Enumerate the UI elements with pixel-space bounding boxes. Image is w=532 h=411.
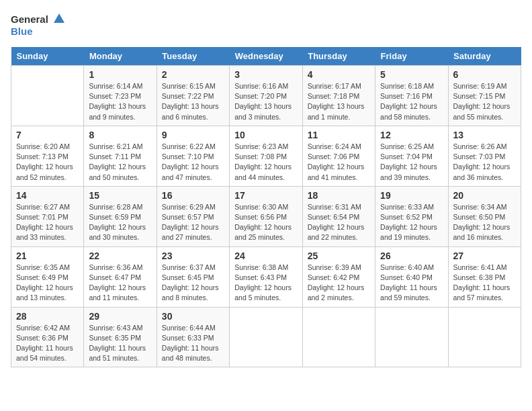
day-info: Sunrise: 6:20 AMSunset: 7:13 PMDaylight:… xyxy=(16,142,79,183)
calendar-cell: 19Sunrise: 6:33 AMSunset: 6:52 PMDayligh… xyxy=(375,186,448,246)
day-info: Sunrise: 6:18 AMSunset: 7:16 PMDaylight:… xyxy=(380,81,443,122)
day-info: Sunrise: 6:26 AMSunset: 7:03 PMDaylight:… xyxy=(453,142,516,183)
day-number: 19 xyxy=(380,190,443,201)
calendar-cell: 12Sunrise: 6:25 AMSunset: 7:04 PMDayligh… xyxy=(375,126,448,186)
calendar-cell: 30Sunrise: 6:44 AMSunset: 6:33 PMDayligh… xyxy=(157,307,229,367)
day-number: 27 xyxy=(453,250,516,261)
calendar-cell: 2Sunrise: 6:15 AMSunset: 7:22 PMDaylight… xyxy=(157,66,229,126)
calendar-cell: 21Sunrise: 6:35 AMSunset: 6:49 PMDayligh… xyxy=(11,246,84,307)
calendar-cell xyxy=(230,307,302,367)
day-info: Sunrise: 6:41 AMSunset: 6:38 PMDaylight:… xyxy=(453,263,516,304)
day-info: Sunrise: 6:43 AMSunset: 6:35 PMDaylight:… xyxy=(89,323,151,364)
day-info: Sunrise: 6:38 AMSunset: 6:43 PMDaylight:… xyxy=(234,263,297,304)
logo: General Blue xyxy=(11,11,64,39)
day-number: 7 xyxy=(16,130,79,140)
day-number: 9 xyxy=(162,130,224,140)
calendar-cell: 4Sunrise: 6:17 AMSunset: 7:18 PMDaylight… xyxy=(302,66,375,126)
calendar-table: SundayMondayTuesdayWednesdayThursdayFrid… xyxy=(11,47,521,367)
calendar-cell: 27Sunrise: 6:41 AMSunset: 6:38 PMDayligh… xyxy=(448,246,521,307)
day-number: 1 xyxy=(89,69,151,80)
day-number: 18 xyxy=(308,190,370,201)
day-info: Sunrise: 6:30 AMSunset: 6:56 PMDaylight:… xyxy=(234,202,297,243)
day-info: Sunrise: 6:16 AMSunset: 7:20 PMDaylight:… xyxy=(234,81,297,122)
calendar-cell: 26Sunrise: 6:40 AMSunset: 6:40 PMDayligh… xyxy=(375,246,448,307)
day-number: 28 xyxy=(16,311,79,322)
header-saturday: Saturday xyxy=(448,47,521,66)
day-info: Sunrise: 6:35 AMSunset: 6:49 PMDaylight:… xyxy=(16,263,79,304)
calendar-cell: 5Sunrise: 6:18 AMSunset: 7:16 PMDaylight… xyxy=(375,66,448,126)
header-thursday: Thursday xyxy=(302,47,375,66)
week-row-0: 1Sunrise: 6:14 AMSunset: 7:23 PMDaylight… xyxy=(11,66,521,126)
day-number: 30 xyxy=(162,311,224,322)
calendar-cell: 7Sunrise: 6:20 AMSunset: 7:13 PMDaylight… xyxy=(11,126,84,186)
calendar-cell: 6Sunrise: 6:19 AMSunset: 7:15 PMDaylight… xyxy=(448,66,521,126)
header-monday: Monday xyxy=(84,47,157,66)
day-info: Sunrise: 6:19 AMSunset: 7:15 PMDaylight:… xyxy=(453,81,516,122)
day-info: Sunrise: 6:28 AMSunset: 6:59 PMDaylight:… xyxy=(89,202,151,243)
day-info: Sunrise: 6:39 AMSunset: 6:42 PMDaylight:… xyxy=(308,263,370,304)
calendar-cell: 17Sunrise: 6:30 AMSunset: 6:56 PMDayligh… xyxy=(230,186,302,246)
day-number: 14 xyxy=(16,190,79,201)
calendar-cell: 13Sunrise: 6:26 AMSunset: 7:03 PMDayligh… xyxy=(448,126,521,186)
calendar-cell: 23Sunrise: 6:37 AMSunset: 6:45 PMDayligh… xyxy=(157,246,229,307)
calendar-cell: 9Sunrise: 6:22 AMSunset: 7:10 PMDaylight… xyxy=(157,126,229,186)
day-number: 25 xyxy=(308,250,370,261)
day-number: 8 xyxy=(89,130,151,140)
calendar-cell: 10Sunrise: 6:23 AMSunset: 7:08 PMDayligh… xyxy=(230,126,302,186)
calendar-cell: 1Sunrise: 6:14 AMSunset: 7:23 PMDaylight… xyxy=(84,66,157,126)
header-tuesday: Tuesday xyxy=(157,47,229,66)
day-info: Sunrise: 6:31 AMSunset: 6:54 PMDaylight:… xyxy=(308,202,370,243)
calendar-cell xyxy=(375,307,448,367)
header-friday: Friday xyxy=(375,47,448,66)
day-info: Sunrise: 6:40 AMSunset: 6:40 PMDaylight:… xyxy=(380,263,443,304)
day-number: 22 xyxy=(89,250,151,261)
calendar-cell xyxy=(302,307,375,367)
day-info: Sunrise: 6:36 AMSunset: 6:47 PMDaylight:… xyxy=(89,263,151,304)
calendar-cell: 22Sunrise: 6:36 AMSunset: 6:47 PMDayligh… xyxy=(84,246,157,307)
calendar-cell: 15Sunrise: 6:28 AMSunset: 6:59 PMDayligh… xyxy=(84,186,157,246)
calendar-cell: 28Sunrise: 6:42 AMSunset: 6:36 PMDayligh… xyxy=(11,307,84,367)
calendar-cell: 18Sunrise: 6:31 AMSunset: 6:54 PMDayligh… xyxy=(302,186,375,246)
day-number: 23 xyxy=(162,250,224,261)
calendar-cell: 11Sunrise: 6:24 AMSunset: 7:06 PMDayligh… xyxy=(302,126,375,186)
calendar-cell: 3Sunrise: 6:16 AMSunset: 7:20 PMDaylight… xyxy=(230,66,302,126)
svg-marker-2 xyxy=(54,13,64,23)
day-number: 26 xyxy=(380,250,443,261)
day-info: Sunrise: 6:29 AMSunset: 6:57 PMDaylight:… xyxy=(162,202,224,243)
day-info: Sunrise: 6:44 AMSunset: 6:33 PMDaylight:… xyxy=(162,323,224,364)
day-number: 11 xyxy=(308,130,370,140)
day-number: 2 xyxy=(162,69,224,80)
day-info: Sunrise: 6:42 AMSunset: 6:36 PMDaylight:… xyxy=(16,323,79,364)
week-row-4: 28Sunrise: 6:42 AMSunset: 6:36 PMDayligh… xyxy=(11,307,521,367)
day-info: Sunrise: 6:17 AMSunset: 7:18 PMDaylight:… xyxy=(308,81,370,122)
day-number: 5 xyxy=(380,69,443,80)
day-number: 6 xyxy=(453,69,516,80)
week-row-1: 7Sunrise: 6:20 AMSunset: 7:13 PMDaylight… xyxy=(11,126,521,186)
day-info: Sunrise: 6:25 AMSunset: 7:04 PMDaylight:… xyxy=(380,142,443,183)
day-info: Sunrise: 6:37 AMSunset: 6:45 PMDaylight:… xyxy=(162,263,224,304)
day-info: Sunrise: 6:34 AMSunset: 6:50 PMDaylight:… xyxy=(453,202,516,243)
calendar-cell: 29Sunrise: 6:43 AMSunset: 6:35 PMDayligh… xyxy=(84,307,157,367)
calendar-cell: 20Sunrise: 6:34 AMSunset: 6:50 PMDayligh… xyxy=(448,186,521,246)
calendar-cell: 24Sunrise: 6:38 AMSunset: 6:43 PMDayligh… xyxy=(230,246,302,307)
svg-text:Blue: Blue xyxy=(11,26,33,37)
day-number: 16 xyxy=(162,190,224,201)
day-info: Sunrise: 6:23 AMSunset: 7:08 PMDaylight:… xyxy=(234,142,297,183)
day-number: 17 xyxy=(234,190,297,201)
day-number: 15 xyxy=(89,190,151,201)
day-number: 4 xyxy=(308,69,370,80)
day-number: 12 xyxy=(380,130,443,140)
header-sunday: Sunday xyxy=(11,47,84,66)
day-number: 10 xyxy=(234,130,297,140)
day-info: Sunrise: 6:14 AMSunset: 7:23 PMDaylight:… xyxy=(89,81,151,122)
week-row-2: 14Sunrise: 6:27 AMSunset: 7:01 PMDayligh… xyxy=(11,186,521,246)
header: General Blue xyxy=(11,11,521,39)
day-info: Sunrise: 6:24 AMSunset: 7:06 PMDaylight:… xyxy=(308,142,370,183)
day-number: 20 xyxy=(453,190,516,201)
svg-text:General: General xyxy=(11,13,48,25)
day-number: 24 xyxy=(234,250,297,261)
day-info: Sunrise: 6:15 AMSunset: 7:22 PMDaylight:… xyxy=(162,81,224,122)
day-info: Sunrise: 6:21 AMSunset: 7:11 PMDaylight:… xyxy=(89,142,151,183)
header-row: SundayMondayTuesdayWednesdayThursdayFrid… xyxy=(11,47,521,66)
header-wednesday: Wednesday xyxy=(230,47,302,66)
